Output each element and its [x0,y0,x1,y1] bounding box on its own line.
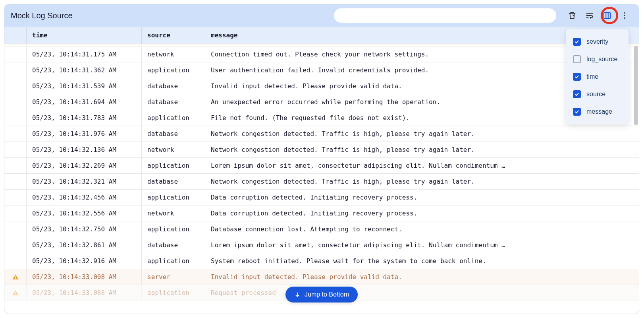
table-row[interactable]: 05/23, 10:14:32.269 AMapplicationLorem i… [4,158,639,174]
checkbox-checked-icon[interactable] [573,73,581,81]
severity-cell [4,78,27,94]
time-cell: 05/23, 10:14:32.916 AM [27,253,142,269]
table-header: time source message [4,27,639,44]
message-cell: System reboot initiated. Please wait for… [205,253,639,269]
severity-cell [4,269,27,285]
severity-cell [4,158,27,173]
table-body[interactable]: 05/23, 10:14:31.175 AMnetworkConnection … [4,44,639,314]
column-option-label: time [586,73,598,80]
wrap-text-icon[interactable] [582,8,598,23]
source-cell: database [142,78,205,94]
svg-point-7 [624,15,625,16]
message-cell: Network congestion detected. Traffic is … [205,142,639,157]
source-cell: application [142,62,205,78]
time-cell: 05/23, 10:14:33.088 AM [27,285,142,301]
table-row[interactable]: 05/23, 10:14:31.362 AMapplicationUser au… [4,62,639,78]
table-row[interactable]: 05/23, 10:14:32.556 AMnetworkData corrup… [4,206,639,221]
checkbox-checked-icon[interactable] [573,90,581,98]
source-cell: network [142,142,205,157]
severity-cell [4,285,27,301]
source-cell: database [142,174,205,189]
severity-cell [4,253,27,269]
severity-cell [4,206,27,221]
column-header-source[interactable]: source [142,27,205,44]
source-cell: network [142,47,205,62]
checkbox-checked-icon[interactable] [573,38,581,46]
table-row[interactable]: 05/23, 10:14:31.694 AMdatabaseAn unexpec… [4,94,639,110]
message-cell: Invalid input detected. Please provide v… [205,269,639,285]
svg-rect-12 [15,294,16,295]
svg-rect-3 [604,13,611,19]
table-row[interactable]: 05/23, 10:14:32.321 AMdatabaseNetwork co… [4,174,639,190]
column-option-label: log_source [586,56,617,63]
time-cell: 05/23, 10:14:32.750 AM [27,221,142,237]
severity-cell [4,174,27,189]
column-option-label: severity [586,38,608,45]
header-bar: Mock Log Source [4,4,639,27]
table-row[interactable]: 05/23, 10:14:31.976 AMdatabaseNetwork co… [4,126,639,142]
source-cell: application [142,221,205,237]
jump-to-bottom-button[interactable]: Jump to Bottom [285,287,358,302]
source-cell: application [142,110,205,126]
jump-button-label: Jump to Bottom [305,291,349,298]
time-cell: 05/23, 10:14:32.269 AM [27,158,142,173]
column-option-message[interactable]: message [566,103,629,120]
source-cell: database [142,237,205,253]
severity-cell [4,94,27,110]
source-cell: application [142,158,205,173]
scrollbar[interactable] [634,46,638,312]
table-row[interactable]: 05/23, 10:14:32.750 AMapplicationDatabas… [4,221,639,237]
checkbox-checked-icon[interactable] [573,108,581,116]
svg-point-6 [624,12,625,14]
column-picker-dropdown: severitylog_sourcetimesourcemessage [566,29,629,124]
arrow-down-icon [294,291,301,298]
source-cell: application [142,253,205,269]
time-cell: 05/23, 10:14:32.556 AM [27,206,142,221]
table-row[interactable]: 05/23, 10:14:31.175 AMnetworkConnection … [4,47,639,62]
table-row[interactable]: 05/23, 10:14:33.008 AMserverInvalid inpu… [4,269,639,285]
table-row[interactable]: 05/23, 10:14:31.783 AMapplicationFile no… [4,110,639,126]
warning-icon [4,273,26,281]
message-cell: Data corruption detected. Initiating rec… [205,206,639,221]
column-header-severity[interactable] [4,27,27,44]
time-cell: 05/23, 10:14:33.008 AM [27,269,142,285]
severity-cell [4,126,27,142]
column-option-source[interactable]: source [566,85,629,103]
severity-cell [4,47,27,62]
columns-icon[interactable] [599,8,615,23]
svg-rect-10 [15,278,16,279]
severity-cell [4,237,27,253]
warning-icon [4,289,26,297]
table-row[interactable]: 05/23, 10:14:32.916 AMapplicationSystem … [4,253,639,269]
time-cell: 05/23, 10:14:31.175 AM [27,47,142,62]
svg-point-8 [624,17,625,19]
table-row[interactable]: 05/23, 10:14:31.539 AMdatabaseInvalid in… [4,78,639,94]
scrollbar-thumb[interactable] [634,46,638,125]
more-menu-icon[interactable] [617,8,632,23]
column-option-time[interactable]: time [566,68,629,85]
message-cell: Network congestion detected. Traffic is … [205,174,639,189]
message-cell: Database connection lost. Attempting to … [205,221,639,237]
table-row[interactable]: 05/23, 10:14:32.136 AMnetworkNetwork con… [4,142,639,158]
table-row[interactable]: 05/23, 10:14:32.861 AMdatabaseLorem ipsu… [4,237,639,253]
clear-logs-icon[interactable] [564,8,580,23]
column-option-log_source[interactable]: log_source [566,50,629,68]
column-header-time[interactable]: time [27,27,142,44]
time-cell: 05/23, 10:14:32.861 AM [27,237,142,253]
severity-cell [4,190,27,205]
svg-rect-9 [15,276,16,277]
source-cell: database [142,94,205,110]
source-cell: server [142,269,205,285]
page-title: Mock Log Source [11,11,73,20]
severity-cell [4,62,27,78]
search-input[interactable] [334,8,556,23]
source-cell: application [142,190,205,205]
time-cell: 05/23, 10:14:32.456 AM [27,190,142,205]
checkbox-unchecked-icon[interactable] [573,55,581,63]
time-cell: 05/23, 10:14:31.976 AM [27,126,142,142]
table-row[interactable]: 05/23, 10:14:32.456 AMapplicationData co… [4,190,639,206]
time-cell: 05/23, 10:14:32.321 AM [27,174,142,189]
column-option-label: source [586,91,605,98]
column-option-severity[interactable]: severity [566,33,629,50]
log-viewer-window: Mock Log Source time source message 05/2… [4,4,639,314]
